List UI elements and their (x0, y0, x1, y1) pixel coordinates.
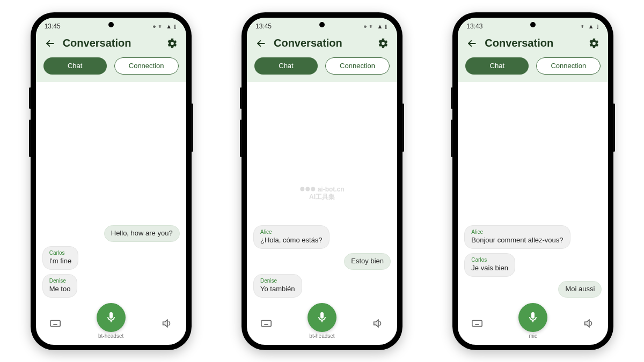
keyboard-icon[interactable] (470, 316, 485, 331)
tab-chat[interactable]: Chat (465, 57, 529, 75)
status-icons: ⊕ ᯤ ▲ ⫿ (363, 23, 389, 29)
watermark-line2: AI工具集 (299, 193, 344, 201)
mic-wrap: bt-headset (308, 303, 336, 339)
incoming-bubble[interactable]: CarlosI'm fine (42, 246, 79, 270)
mic-wrap: bt-headset (97, 303, 126, 339)
incoming-bubble[interactable]: AliceBonjour comment allez-vous? (464, 225, 570, 249)
camera-hole (530, 22, 536, 27)
message-text: Bonjour comment allez-vous? (471, 236, 563, 244)
camera-hole (108, 22, 114, 27)
message-sender: Carlos (49, 250, 72, 256)
settings-gear-icon[interactable] (166, 37, 179, 50)
bottom-bar: bt-headset (247, 304, 397, 345)
message-row: Moi aussi (464, 281, 602, 298)
tab-chat[interactable]: Chat (254, 57, 318, 75)
status-icons: ᯤ ▲ ⫿ (580, 23, 600, 29)
chat-area: Alice¿Hola, cómo estás?Estoy bienDeniseY… (247, 82, 397, 304)
outgoing-bubble[interactable]: Hello, how are you? (104, 225, 180, 242)
mic-label: bt-headset (98, 333, 123, 339)
message-row: CarlosI'm fine (42, 246, 180, 270)
mic-wrap: mic (518, 303, 547, 339)
phone-side-button (240, 87, 242, 109)
mic-label: bt-headset (309, 333, 334, 339)
message-sender: Alice (471, 229, 563, 235)
keyboard-icon[interactable] (48, 316, 63, 331)
bottom-bar: mic (458, 304, 608, 345)
page-title: Conversation (274, 37, 370, 49)
message-text: ¿Hola, cómo estás? (260, 236, 323, 244)
message-text: I'm fine (49, 257, 72, 265)
screen: 13:45⊕ ᯤ ▲ ⫿ConversationChatConnectionAl… (247, 18, 397, 345)
volume-icon[interactable] (581, 316, 596, 331)
phone-mockup: 13:43ᯤ ▲ ⫿ConversationChatConnectionAlic… (452, 12, 613, 350)
volume-icon[interactable] (370, 316, 385, 331)
back-arrow-icon[interactable] (43, 37, 56, 50)
chat-area: Hello, how are you?CarlosI'm fineDeniseM… (36, 82, 186, 304)
message-row: CarlosJe vais bien (464, 253, 602, 277)
watermark-line1: ai-bot.cn (318, 185, 345, 193)
tab-chat[interactable]: Chat (43, 57, 107, 75)
chat-area: AliceBonjour comment allez-vous?CarlosJe… (458, 82, 608, 304)
message-row: DeniseMe too (42, 274, 180, 298)
mic-button[interactable] (308, 303, 336, 332)
watermark: ai-bot.cnAI工具集 (299, 185, 344, 201)
status-time: 13:45 (45, 23, 61, 30)
outgoing-bubble[interactable]: Moi aussi (558, 281, 602, 298)
stage: 13:45⊕ ᯤ ▲ ⫿ConversationChatConnectionHe… (0, 0, 644, 362)
mic-label: mic (529, 333, 538, 339)
tab-connection[interactable]: Connection (536, 57, 601, 75)
tab-row: ChatConnection (254, 57, 390, 75)
phone-mockup: 13:45⊕ ᯤ ▲ ⫿ConversationChatConnectionAl… (241, 12, 402, 350)
phone-side-button (451, 87, 453, 109)
screen: 13:45⊕ ᯤ ▲ ⫿ConversationChatConnectionHe… (36, 18, 186, 345)
svg-rect-19 (472, 320, 482, 326)
status-time: 13:45 (255, 23, 272, 30)
page-title: Conversation (63, 37, 159, 49)
message-text: Me too (49, 285, 71, 293)
phone-side-button (402, 104, 404, 152)
message-text: Estoy bien (351, 257, 384, 265)
mic-button[interactable] (97, 303, 126, 332)
phone-side-button (29, 87, 31, 109)
mic-button[interactable] (518, 303, 547, 332)
settings-gear-icon[interactable] (377, 37, 390, 50)
settings-gear-icon[interactable] (588, 37, 601, 50)
keyboard-icon[interactable] (259, 316, 274, 331)
tab-connection[interactable]: Connection (325, 57, 390, 75)
message-row: DeniseYo también (253, 274, 391, 298)
phone-side-button (29, 120, 31, 157)
incoming-bubble[interactable]: DeniseMe too (42, 274, 78, 298)
svg-rect-1 (50, 320, 60, 326)
incoming-bubble[interactable]: DeniseYo también (253, 274, 302, 298)
message-text: Je vais bien (471, 264, 508, 272)
message-row: Alice¿Hola, cómo estás? (253, 225, 391, 249)
app-bar: ConversationChatConnection (36, 34, 186, 82)
tab-row: ChatConnection (43, 57, 179, 75)
message-sender: Carlos (471, 257, 508, 263)
incoming-bubble[interactable]: Alice¿Hola, cómo estás? (253, 225, 330, 249)
volume-icon[interactable] (159, 316, 174, 331)
page-title: Conversation (485, 37, 581, 49)
back-arrow-icon[interactable] (465, 37, 478, 50)
message-row: Estoy bien (253, 253, 391, 270)
tab-connection[interactable]: Connection (114, 57, 179, 75)
back-arrow-icon[interactable] (254, 37, 267, 50)
outgoing-bubble[interactable]: Estoy bien (344, 253, 391, 270)
tab-row: ChatConnection (465, 57, 601, 75)
phone-mockup: 13:45⊕ ᯤ ▲ ⫿ConversationChatConnectionHe… (31, 12, 192, 350)
message-sender: Denise (49, 278, 71, 284)
phone-side-button (240, 120, 242, 157)
message-text: Moi aussi (565, 285, 595, 293)
svg-rect-10 (261, 320, 271, 326)
message-text: Yo también (260, 285, 295, 293)
camera-hole (319, 22, 325, 27)
bottom-bar: bt-headset (36, 304, 186, 345)
incoming-bubble[interactable]: CarlosJe vais bien (464, 253, 515, 277)
app-bar: ConversationChatConnection (247, 34, 397, 82)
message-row: AliceBonjour comment allez-vous? (464, 225, 602, 249)
message-row: Hello, how are you? (42, 225, 180, 242)
message-text: Hello, how are you? (111, 229, 173, 237)
message-sender: Alice (260, 229, 323, 235)
screen: 13:43ᯤ ▲ ⫿ConversationChatConnectionAlic… (458, 18, 608, 345)
phone-side-button (613, 104, 615, 152)
